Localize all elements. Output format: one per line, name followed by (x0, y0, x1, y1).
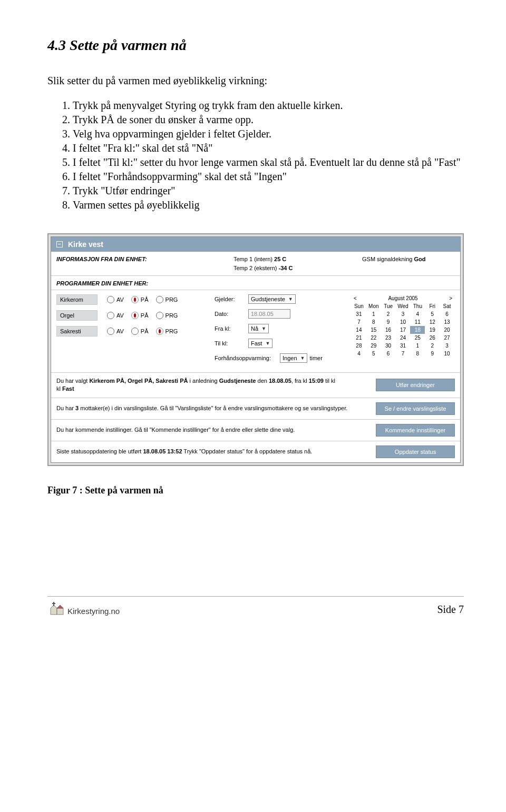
panel-title: Kirke vest (68, 240, 103, 249)
forhand-label: Forhåndsoppvarming: (215, 355, 280, 361)
calendar-next-icon[interactable]: > (449, 295, 452, 301)
calendar-day[interactable]: 24 (396, 334, 411, 342)
calendar-day[interactable]: 10 (396, 318, 411, 326)
frakl-select[interactable]: Nå▼ (248, 324, 269, 333)
kommende-text: Du har kommende instillinger. Gå til "Ko… (56, 426, 371, 434)
calendar-day[interactable]: 15 (366, 326, 381, 334)
radio-prg[interactable] (156, 328, 163, 335)
room-label: Kirkerom (56, 294, 98, 305)
calendar-day[interactable]: 28 (352, 342, 366, 350)
calendar-day[interactable]: 6 (440, 310, 454, 318)
temp2-value: -34 C (279, 265, 293, 271)
calendar-day[interactable]: 31 (352, 310, 366, 318)
tilkl-select[interactable]: Fast▼ (248, 339, 273, 348)
calendar-day[interactable]: 26 (425, 334, 440, 342)
calendar-day[interactable]: 5 (366, 350, 381, 358)
room-label: Sakresti (56, 326, 98, 336)
section-heading: 4.3 Sette på varmen nå (47, 37, 464, 54)
varslingsliste-button[interactable]: Se / endre varslingsliste (376, 402, 455, 415)
calendar-day[interactable]: 9 (425, 350, 440, 358)
room-label: Orgel (56, 310, 98, 321)
radio-prg[interactable] (156, 312, 163, 319)
frakl-label: Fra kl: (215, 325, 248, 332)
radio-prg-label: PRG (166, 296, 178, 303)
calendar-day[interactable]: 2 (381, 310, 396, 318)
oppdater-status-button[interactable]: Oppdater status (376, 445, 455, 458)
calendar-day[interactable]: 7 (352, 318, 366, 326)
calendar-day[interactable]: 9 (381, 318, 396, 326)
calendar-day[interactable]: 1 (410, 342, 425, 350)
calendar-day[interactable]: 1 (366, 310, 381, 318)
calendar-day[interactable]: 23 (381, 334, 396, 342)
step-item: Varmen settes på øyeblikkelig (73, 198, 464, 212)
calendar-day[interactable]: 12 (425, 318, 440, 326)
calendar-day[interactable]: 30 (381, 342, 396, 350)
brand-logo: Kirkestyring.no (47, 601, 120, 616)
calendar-day[interactable]: 29 (366, 342, 381, 350)
utfor-endringer-button[interactable]: Utfør endringer (376, 379, 455, 391)
svg-rect-4 (52, 603, 55, 604)
info-heading: INFORMASJON FRA DIN ENHET: (51, 252, 230, 275)
radio-pa[interactable] (131, 312, 139, 319)
kommende-innstillinger-button[interactable]: Kommende innstillinger (376, 424, 455, 437)
radio-pa-label: PÅ (141, 312, 149, 319)
calendar-day[interactable]: 13 (440, 318, 454, 326)
calendar-day[interactable]: 10 (440, 350, 454, 358)
radio-pa[interactable] (131, 296, 139, 303)
radio-prg[interactable] (156, 296, 163, 303)
calendar-day[interactable]: 17 (396, 326, 411, 334)
gjelder-label: Gjelder: (215, 296, 248, 302)
calendar-dow: Thu (410, 302, 425, 310)
calendar-day[interactable]: 19 (425, 326, 440, 334)
radio-av[interactable] (107, 312, 114, 319)
radio-prg-label: PRG (166, 312, 178, 319)
calendar-day[interactable]: 11 (410, 318, 425, 326)
radio-av-label: AV (116, 328, 124, 334)
radio-pa[interactable] (131, 328, 139, 335)
screenshot-panel: − Kirke vest INFORMASJON FRA DIN ENHET: … (47, 233, 464, 466)
intro-text: Slik setter du på varmen med øyeblikkeli… (47, 75, 464, 87)
calendar-day[interactable]: 21 (352, 334, 366, 342)
dato-input[interactable]: 18.08.05 (248, 309, 290, 319)
calendar-month: August 2005 (388, 295, 417, 301)
calendar-day[interactable]: 14 (352, 326, 366, 334)
calendar-day[interactable]: 16 (381, 326, 396, 334)
rooms-column: Kirkerom AV PÅ PRG Orgel AV PÅ PRG (51, 290, 209, 372)
gsm-value: God (414, 256, 425, 262)
collapse-icon[interactable]: − (56, 241, 63, 247)
page-number: Side 7 (437, 603, 464, 616)
panel-titlebar: − Kirke vest (51, 237, 460, 252)
calendar-day[interactable]: 31 (396, 342, 411, 350)
calendar-day[interactable]: 18 (410, 326, 425, 334)
calendar-day[interactable]: 4 (410, 310, 425, 318)
calendar-day[interactable]: 3 (396, 310, 411, 318)
step-item: Trykk PÅ de soner du ønsker å varme opp. (73, 113, 464, 127)
calendar-dow: Tue (381, 302, 396, 310)
calendar-day[interactable]: 27 (440, 334, 454, 342)
forhand-select[interactable]: Ingen▼ (280, 353, 307, 363)
forhand-suffix: timer (309, 355, 322, 361)
calendar-day[interactable]: 7 (396, 350, 411, 358)
calendar-day[interactable]: 22 (366, 334, 381, 342)
gjelder-select[interactable]: Gudstjeneste▼ (248, 294, 296, 304)
chevron-down-icon: ▼ (300, 355, 305, 361)
calendar-day[interactable]: 5 (425, 310, 440, 318)
calendar-day[interactable]: 8 (410, 350, 425, 358)
radio-pa-label: PÅ (141, 296, 149, 303)
calendar-day[interactable]: 8 (366, 318, 381, 326)
svg-rect-1 (57, 608, 63, 615)
calendar-day[interactable]: 4 (352, 350, 366, 358)
radio-av[interactable] (107, 296, 114, 303)
chevron-down-icon: ▼ (261, 326, 266, 331)
calendar-day[interactable]: 2 (425, 342, 440, 350)
calendar-day[interactable]: 6 (381, 350, 396, 358)
calendar-day[interactable]: 25 (410, 334, 425, 342)
calendar-day[interactable]: 20 (440, 326, 454, 334)
calendar[interactable]: < August 2005 > SunMonTueWedThuFriSat311… (352, 294, 454, 358)
calendar-day[interactable]: 3 (440, 342, 454, 350)
radio-av[interactable] (107, 328, 114, 335)
calendar-column: < August 2005 > SunMonTueWedThuFriSat311… (346, 290, 460, 372)
church-icon (47, 601, 65, 616)
calendar-prev-icon[interactable]: < (354, 295, 357, 301)
brand-name: Kirkestyring.no (67, 607, 120, 616)
